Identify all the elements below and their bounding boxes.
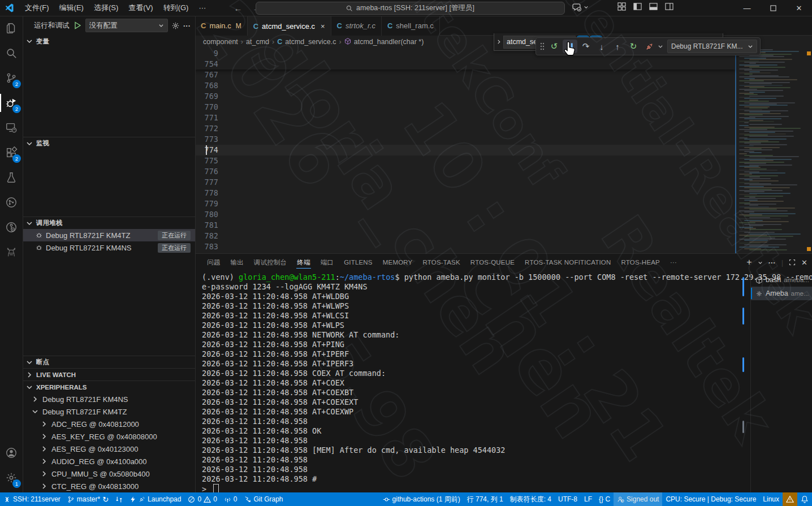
start-debug-icon[interactable] <box>73 21 82 30</box>
git-graph-button[interactable]: Git Graph <box>241 492 287 506</box>
xperipheral-item-7[interactable]: CTC_REG @ 0x40813000 <box>23 480 195 492</box>
toggle-panel-icon[interactable] <box>649 2 658 11</box>
xperipheral-item-6[interactable]: CPU_MMU_S @ 0x5080b400 <box>23 468 195 480</box>
xperipheral-item-2[interactable]: ADC_REG @ 0x40812000 <box>23 418 195 430</box>
code-line-782[interactable]: 782 <box>195 231 735 241</box>
breadcrumb-item-2[interactable]: atcmd_service.c <box>285 38 336 46</box>
tab-main.c[interactable]: Cmain.cM <box>195 16 248 36</box>
test-beaker-icon[interactable] <box>0 165 23 190</box>
explorer-icon[interactable] <box>0 16 23 41</box>
tab-size-indicator[interactable]: 制表符长度: 4 <box>507 492 555 506</box>
panel-tab-RTOS-TASK[interactable]: RTOS-TASK <box>417 254 465 271</box>
panel-tab-MEMORY[interactable]: MEMORY <box>378 254 418 271</box>
nav-back-icon[interactable]: ← <box>234 3 242 13</box>
code-line-768[interactable]: 768 <box>195 80 735 91</box>
section-callstack[interactable]: 调用堆栈 <box>23 217 195 229</box>
run-debug-icon[interactable]: 2 <box>0 90 23 115</box>
encoding-indicator[interactable]: UTF-8 <box>555 492 581 506</box>
section-watch[interactable]: 监视 <box>23 137 195 149</box>
cmake-tools-icon[interactable] <box>0 240 23 265</box>
section-xperipherals[interactable]: XPERIPHERALS <box>23 380 195 393</box>
commit-indicator[interactable]: github-actions (1 周前) <box>379 492 464 506</box>
more-actions-icon[interactable]: ··· <box>183 21 191 30</box>
source-control-icon[interactable]: 2 <box>0 66 23 90</box>
code-line-773[interactable]: 773 <box>195 134 735 145</box>
callstack-session-0[interactable]: Debug RTL8721F KM4TZ正在运行 <box>23 229 195 241</box>
code-line-772[interactable]: 772 <box>195 123 735 134</box>
terminal-list-item-Ameba[interactable]: Amebaame... <box>751 287 812 300</box>
reset-device-icon[interactable]: ↺ <box>547 40 562 53</box>
code-line-770[interactable]: 770 <box>195 102 735 113</box>
toggle-secondary-sidebar-icon[interactable] <box>665 2 673 11</box>
remote-explorer-icon[interactable] <box>0 115 23 140</box>
terminal-output[interactable]: (.venv) gloria_chen@wlan5-211:~/ameba-rt… <box>202 273 748 490</box>
restart-icon[interactable]: ↻ <box>626 40 641 53</box>
debug-session-dropdown[interactable]: Debug RTL8721F KM... <box>667 40 757 53</box>
code-line-771[interactable]: 771 <box>195 113 735 123</box>
code-line-767[interactable]: 767 <box>195 70 735 80</box>
xperipheral-item-5[interactable]: AUDIO_REG @ 0x4100a000 <box>23 455 195 468</box>
panel-tab-GITLENS[interactable]: GITLENS <box>339 254 378 271</box>
toggle-sidebar-icon[interactable] <box>633 2 642 11</box>
code-line-776[interactable]: 776 <box>195 166 735 177</box>
panel-tab-输出[interactable]: 输出 <box>225 254 248 271</box>
code-line-777[interactable]: 777 <box>195 177 735 188</box>
search-icon[interactable] <box>0 41 23 66</box>
close-panel-icon[interactable]: ✕ <box>801 258 807 267</box>
breadcrumb-item-3[interactable]: atcmd_handler(char *) <box>354 38 424 46</box>
xperipheral-item-1[interactable]: Debug RTL8721F KM4TZ <box>23 405 195 418</box>
disconnect-icon[interactable] <box>642 40 656 53</box>
gitlens-icon[interactable] <box>0 215 23 240</box>
code-editor[interactable]: 7677687697707717727737747757767777787797… <box>195 48 812 253</box>
gear-icon[interactable] <box>171 21 180 30</box>
tab-shell_ram.c[interactable]: Cshell_ram.c <box>382 16 440 36</box>
code-line-754[interactable]: 754 <box>195 59 735 70</box>
account-icon[interactable] <box>0 440 23 465</box>
minimize-button[interactable]: — <box>734 0 760 16</box>
close-button[interactable]: ✕ <box>786 0 812 16</box>
maximize-button[interactable] <box>760 0 786 16</box>
panel-tab-RTOS-HEAP[interactable]: RTOS-HEAP <box>616 254 665 271</box>
step-over-icon[interactable]: ↷ <box>578 40 593 53</box>
chevron-down-icon[interactable] <box>658 44 663 49</box>
tab-strtok_r.c[interactable]: Cstrtok_r.c <box>331 16 382 36</box>
drag-grip-icon[interactable] <box>539 41 546 51</box>
signed-out-indicator[interactable]: Signed out <box>614 492 662 506</box>
git-graph-icon[interactable] <box>0 190 23 215</box>
tab-atcmd_service.c[interactable]: Catcmd_service.c× <box>248 16 331 36</box>
menu-item-4[interactable]: 转到(G) <box>158 3 194 12</box>
command-center-search[interactable]: ameba-rtos [SSH: 211server] [管理员] <box>256 2 565 15</box>
panel-tab-overflow-icon[interactable]: ··· <box>665 254 682 271</box>
eol-indicator[interactable]: LF <box>581 492 595 506</box>
os-indicator[interactable]: Linux <box>759 492 783 506</box>
panel-tab-问题[interactable]: 问题 <box>202 254 225 271</box>
notifications-bell[interactable] <box>797 492 812 506</box>
language-indicator[interactable]: {} C <box>595 492 614 506</box>
breadcrumb-item-1[interactable]: at_cmd <box>246 38 269 46</box>
debug-config-dropdown[interactable]: 没有配置 <box>85 19 169 32</box>
settings-gear-icon[interactable]: 1 <box>0 465 23 490</box>
compare-changes[interactable] <box>112 492 126 506</box>
cursor-position[interactable]: 行 774, 列 1 <box>464 492 507 506</box>
code-line-780[interactable]: 780 <box>195 209 735 220</box>
menu-item-0[interactable]: 文件(F) <box>20 3 54 12</box>
step-out-icon[interactable]: ↑ <box>610 40 625 53</box>
panel-tab-RTOS-QUEUE[interactable]: RTOS-QUEUE <box>465 254 520 271</box>
section-variables[interactable]: 变量 <box>23 35 195 47</box>
cpu-secure-indicator[interactable]: CPU: Secure | Debug: Secure <box>662 492 759 506</box>
more-actions-icon[interactable]: ··· <box>768 258 776 267</box>
code-line-783[interactable]: 783 <box>195 241 735 252</box>
chevron-down-icon[interactable] <box>758 260 763 265</box>
editor-scrollbar[interactable] <box>735 48 736 253</box>
xperipheral-item-3[interactable]: AES_KEY_REG @ 0x40808000 <box>23 430 195 443</box>
launchpad-button[interactable]: Launchpad <box>126 492 184 506</box>
code-line-775[interactable]: 775 <box>195 155 735 166</box>
section-live-watch[interactable]: LIVE WATCH <box>23 368 195 380</box>
maximize-panel-icon[interactable] <box>789 259 796 266</box>
code-line-778[interactable]: 778 <box>195 188 735 198</box>
panel-tab-端口[interactable]: 端口 <box>316 254 339 271</box>
panel-tab-RTOS-TASK NOFITICATION[interactable]: RTOS-TASK NOFITICATION <box>520 254 616 271</box>
breadcrumb-item-0[interactable]: component <box>203 38 238 46</box>
new-terminal-icon[interactable]: + <box>746 257 751 267</box>
find-expand-icon[interactable] <box>494 33 503 50</box>
